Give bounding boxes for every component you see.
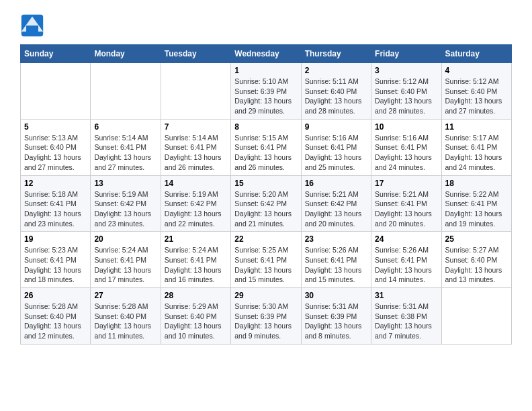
day-number: 4 <box>445 66 508 75</box>
day-detail: Sunrise: 5:19 AM Sunset: 6:42 PM Dayligh… <box>94 189 157 229</box>
calendar-cell: 4Sunrise: 5:12 AM Sunset: 6:40 PM Daylig… <box>441 63 511 120</box>
calendar-cell: 10Sunrise: 5:16 AM Sunset: 6:41 PM Dayli… <box>371 119 441 175</box>
calendar-table: SundayMondayTuesdayWednesdayThursdayFrid… <box>20 44 512 345</box>
svg-rect-2 <box>26 26 38 32</box>
day-detail: Sunrise: 5:29 AM Sunset: 6:40 PM Dayligh… <box>165 302 227 341</box>
calendar-body: 1Sunrise: 5:10 AM Sunset: 6:39 PM Daylig… <box>21 63 512 345</box>
calendar-cell: 18Sunrise: 5:22 AM Sunset: 6:41 PM Dayli… <box>441 175 511 232</box>
weekday-header: Friday <box>371 45 441 63</box>
calendar-week-row: 12Sunrise: 5:18 AM Sunset: 6:41 PM Dayli… <box>21 175 512 232</box>
page-header <box>20 13 512 38</box>
calendar-cell: 6Sunrise: 5:14 AM Sunset: 6:41 PM Daylig… <box>91 119 161 175</box>
day-detail: Sunrise: 5:19 AM Sunset: 6:42 PM Dayligh… <box>165 189 227 229</box>
day-number: 13 <box>94 179 157 188</box>
calendar-cell: 14Sunrise: 5:19 AM Sunset: 6:42 PM Dayli… <box>161 175 230 232</box>
day-detail: Sunrise: 5:30 AM Sunset: 6:39 PM Dayligh… <box>234 302 297 341</box>
day-detail: Sunrise: 5:21 AM Sunset: 6:41 PM Dayligh… <box>375 189 437 229</box>
day-number: 7 <box>165 122 227 132</box>
day-number: 20 <box>94 234 157 244</box>
calendar-cell: 28Sunrise: 5:29 AM Sunset: 6:40 PM Dayli… <box>161 288 230 345</box>
day-detail: Sunrise: 5:13 AM Sunset: 6:40 PM Dayligh… <box>24 133 87 173</box>
day-number: 2 <box>305 66 367 75</box>
calendar-cell: 8Sunrise: 5:15 AM Sunset: 6:41 PM Daylig… <box>231 119 301 175</box>
day-number: 23 <box>305 234 367 244</box>
day-detail: Sunrise: 5:11 AM Sunset: 6:40 PM Dayligh… <box>305 77 367 116</box>
day-detail: Sunrise: 5:31 AM Sunset: 6:38 PM Dayligh… <box>375 302 437 341</box>
weekday-header: Monday <box>91 45 161 63</box>
day-number: 28 <box>165 291 227 300</box>
calendar-cell: 21Sunrise: 5:24 AM Sunset: 6:41 PM Dayli… <box>161 232 230 288</box>
weekday-header: Wednesday <box>231 45 301 63</box>
day-number: 26 <box>24 291 87 300</box>
day-detail: Sunrise: 5:22 AM Sunset: 6:41 PM Dayligh… <box>445 189 508 229</box>
day-detail: Sunrise: 5:12 AM Sunset: 6:40 PM Dayligh… <box>445 77 508 116</box>
day-detail: Sunrise: 5:21 AM Sunset: 6:42 PM Dayligh… <box>305 189 367 229</box>
day-number: 18 <box>445 179 508 188</box>
calendar-cell: 16Sunrise: 5:21 AM Sunset: 6:42 PM Dayli… <box>301 175 371 232</box>
day-number: 17 <box>375 179 437 188</box>
calendar-week-row: 19Sunrise: 5:23 AM Sunset: 6:41 PM Dayli… <box>21 232 512 288</box>
day-number: 9 <box>305 122 367 132</box>
day-number: 19 <box>24 234 87 244</box>
day-detail: Sunrise: 5:27 AM Sunset: 6:40 PM Dayligh… <box>445 245 508 285</box>
day-number: 1 <box>234 66 297 75</box>
calendar-cell: 26Sunrise: 5:28 AM Sunset: 6:40 PM Dayli… <box>21 288 91 345</box>
logo-icon <box>20 13 44 38</box>
day-number: 31 <box>375 291 437 300</box>
calendar-cell: 13Sunrise: 5:19 AM Sunset: 6:42 PM Dayli… <box>91 175 161 232</box>
day-number: 15 <box>234 179 297 188</box>
day-detail: Sunrise: 5:17 AM Sunset: 6:41 PM Dayligh… <box>445 133 508 173</box>
day-number: 12 <box>24 179 87 188</box>
weekday-header: Saturday <box>441 45 511 63</box>
day-detail: Sunrise: 5:23 AM Sunset: 6:41 PM Dayligh… <box>24 245 87 285</box>
calendar-cell: 22Sunrise: 5:25 AM Sunset: 6:41 PM Dayli… <box>231 232 301 288</box>
day-number: 8 <box>234 122 297 132</box>
calendar-cell: 7Sunrise: 5:14 AM Sunset: 6:41 PM Daylig… <box>161 119 230 175</box>
calendar-cell: 23Sunrise: 5:26 AM Sunset: 6:41 PM Dayli… <box>301 232 371 288</box>
day-detail: Sunrise: 5:15 AM Sunset: 6:41 PM Dayligh… <box>234 133 297 173</box>
day-detail: Sunrise: 5:24 AM Sunset: 6:41 PM Dayligh… <box>94 245 157 285</box>
day-detail: Sunrise: 5:14 AM Sunset: 6:41 PM Dayligh… <box>165 133 227 173</box>
day-detail: Sunrise: 5:28 AM Sunset: 6:40 PM Dayligh… <box>94 302 157 341</box>
day-detail: Sunrise: 5:24 AM Sunset: 6:41 PM Dayligh… <box>165 245 227 285</box>
calendar-cell: 17Sunrise: 5:21 AM Sunset: 6:41 PM Dayli… <box>371 175 441 232</box>
day-number: 14 <box>165 179 227 188</box>
calendar-cell: 12Sunrise: 5:18 AM Sunset: 6:41 PM Dayli… <box>21 175 91 232</box>
calendar-cell: 27Sunrise: 5:28 AM Sunset: 6:40 PM Dayli… <box>91 288 161 345</box>
day-number: 22 <box>234 234 297 244</box>
day-number: 3 <box>375 66 437 75</box>
calendar-week-row: 5Sunrise: 5:13 AM Sunset: 6:40 PM Daylig… <box>21 119 512 175</box>
calendar-cell: 20Sunrise: 5:24 AM Sunset: 6:41 PM Dayli… <box>91 232 161 288</box>
day-number: 25 <box>445 234 508 244</box>
calendar-cell <box>21 63 91 120</box>
day-detail: Sunrise: 5:20 AM Sunset: 6:42 PM Dayligh… <box>234 189 297 229</box>
day-detail: Sunrise: 5:31 AM Sunset: 6:39 PM Dayligh… <box>305 302 367 341</box>
day-number: 10 <box>375 122 437 132</box>
day-detail: Sunrise: 5:12 AM Sunset: 6:40 PM Dayligh… <box>375 77 437 116</box>
weekday-header: Sunday <box>21 45 91 63</box>
calendar-cell: 1Sunrise: 5:10 AM Sunset: 6:39 PM Daylig… <box>231 63 301 120</box>
calendar-week-row: 26Sunrise: 5:28 AM Sunset: 6:40 PM Dayli… <box>21 288 512 345</box>
day-detail: Sunrise: 5:16 AM Sunset: 6:41 PM Dayligh… <box>375 133 437 173</box>
calendar-header: SundayMondayTuesdayWednesdayThursdayFrid… <box>21 45 512 63</box>
calendar-cell: 9Sunrise: 5:16 AM Sunset: 6:41 PM Daylig… <box>301 119 371 175</box>
day-number: 6 <box>94 122 157 132</box>
calendar-cell <box>161 63 230 120</box>
day-number: 5 <box>24 122 87 132</box>
calendar-cell: 5Sunrise: 5:13 AM Sunset: 6:40 PM Daylig… <box>21 119 91 175</box>
calendar-cell: 31Sunrise: 5:31 AM Sunset: 6:38 PM Dayli… <box>371 288 441 345</box>
calendar-cell: 24Sunrise: 5:26 AM Sunset: 6:41 PM Dayli… <box>371 232 441 288</box>
day-detail: Sunrise: 5:16 AM Sunset: 6:41 PM Dayligh… <box>305 133 367 173</box>
calendar-cell: 11Sunrise: 5:17 AM Sunset: 6:41 PM Dayli… <box>441 119 511 175</box>
calendar-cell: 19Sunrise: 5:23 AM Sunset: 6:41 PM Dayli… <box>21 232 91 288</box>
calendar-cell: 15Sunrise: 5:20 AM Sunset: 6:42 PM Dayli… <box>231 175 301 232</box>
day-detail: Sunrise: 5:26 AM Sunset: 6:41 PM Dayligh… <box>375 245 437 285</box>
day-detail: Sunrise: 5:25 AM Sunset: 6:41 PM Dayligh… <box>234 245 297 285</box>
day-detail: Sunrise: 5:26 AM Sunset: 6:41 PM Dayligh… <box>305 245 367 285</box>
weekday-header-row: SundayMondayTuesdayWednesdayThursdayFrid… <box>21 45 512 63</box>
day-detail: Sunrise: 5:10 AM Sunset: 6:39 PM Dayligh… <box>234 77 297 116</box>
calendar-cell: 30Sunrise: 5:31 AM Sunset: 6:39 PM Dayli… <box>301 288 371 345</box>
calendar-cell: 25Sunrise: 5:27 AM Sunset: 6:40 PM Dayli… <box>441 232 511 288</box>
day-detail: Sunrise: 5:14 AM Sunset: 6:41 PM Dayligh… <box>94 133 157 173</box>
day-number: 24 <box>375 234 437 244</box>
